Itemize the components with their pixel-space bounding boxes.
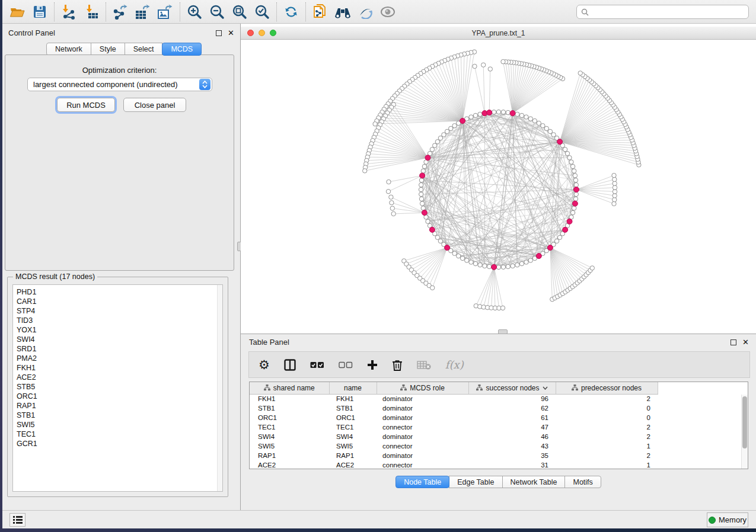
table-settings-button[interactable]: ⚙ — [259, 359, 270, 371]
mcds-result-item[interactable]: SWI4 — [17, 335, 222, 344]
function-builder-button[interactable]: f(x) — [445, 358, 464, 371]
delete-column-button[interactable] — [392, 359, 403, 371]
search-box[interactable] — [576, 5, 749, 19]
table-row[interactable]: ORC1 ORC1 dominator 61 0 — [250, 413, 658, 422]
column-header-successor-nodes[interactable]: successor nodes — [468, 382, 556, 394]
select-all-button[interactable] — [310, 361, 324, 368]
zoom-in-button[interactable] — [183, 2, 206, 22]
table-row[interactable]: STB1 STB1 dominator 62 0 — [250, 403, 658, 413]
refresh-icon — [283, 4, 299, 20]
zoom-fit-icon — [232, 4, 247, 20]
mcds-result-item[interactable]: FKH1 — [17, 363, 222, 373]
toolbar-separator — [276, 2, 277, 21]
tab-network-table[interactable]: Network Table — [502, 476, 566, 488]
toolbar-separator — [305, 2, 306, 21]
node-table[interactable]: shared namenameMCDS rolesuccessor nodesp… — [249, 382, 748, 469]
mcds-result-item[interactable]: TEC1 — [17, 430, 222, 439]
table-scrollbar[interactable] — [741, 395, 748, 469]
column-header-name[interactable]: name — [329, 382, 377, 394]
table-row[interactable]: ACE2 ACE2 connector 31 1 — [250, 460, 658, 469]
tab-edge-table[interactable]: Edge Table — [449, 476, 502, 488]
open-file-button[interactable] — [6, 2, 28, 22]
zoom-fit-button[interactable] — [228, 2, 251, 22]
table-row[interactable]: RAP1 RAP1 dominator 35 2 — [250, 451, 658, 460]
zoom-out-icon — [209, 4, 225, 20]
search-icon — [581, 8, 589, 16]
task-history-button[interactable] — [9, 513, 25, 527]
column-header-shared-name[interactable]: shared name — [250, 382, 329, 394]
run-mcds-button[interactable]: Run MCDS — [57, 98, 115, 112]
export-image-button[interactable] — [154, 2, 177, 22]
table-row[interactable]: TEC1 TEC1 connector 47 2 — [250, 422, 658, 432]
add-column-button[interactable] — [367, 360, 378, 370]
horizontal-splitter-handle[interactable] — [498, 329, 508, 334]
document-network-icon — [312, 4, 328, 20]
open-folder-icon — [9, 5, 25, 19]
zoom-selected-button[interactable] — [251, 2, 273, 22]
close-table-panel-icon[interactable]: ✕ — [742, 339, 749, 345]
mcds-result-item[interactable]: PMA2 — [17, 354, 222, 363]
checked-boxes-icon — [310, 361, 324, 368]
mcds-result-item[interactable]: ORC1 — [17, 392, 222, 401]
tab-motifs[interactable]: Motifs — [564, 476, 601, 488]
table-scrollbar-thumb[interactable] — [742, 396, 747, 448]
search-input[interactable] — [592, 8, 748, 16]
mcds-result-item[interactable]: STP4 — [17, 306, 222, 316]
refresh-button[interactable] — [280, 2, 302, 22]
mcds-result-item[interactable]: STB5 — [17, 382, 222, 392]
mcds-result-item[interactable]: TID3 — [17, 316, 222, 325]
network-canvas[interactable] — [241, 40, 756, 334]
float-panel-icon[interactable] — [216, 30, 222, 36]
export-table-button[interactable] — [132, 2, 154, 22]
close-panel-button[interactable]: Close panel — [123, 98, 186, 112]
mcds-result-item[interactable]: ACE2 — [17, 373, 222, 382]
table-row[interactable]: FKH1 FKH1 dominator 96 2 — [250, 394, 658, 403]
table-tabs: Node TableEdge TableNetwork TableMotifs — [241, 476, 756, 488]
memory-button[interactable]: Memory — [707, 512, 748, 527]
main-toolbar — [2, 0, 756, 24]
save-session-button[interactable] — [28, 2, 51, 22]
float-table-panel-icon[interactable] — [731, 339, 736, 345]
mcds-result-item[interactable]: STB1 — [17, 411, 222, 420]
network-graph[interactable] — [241, 40, 756, 334]
mcds-result-item[interactable]: SRD1 — [17, 344, 222, 354]
tab-select[interactable]: Select — [125, 43, 163, 56]
mcds-result-item[interactable]: YOX1 — [17, 325, 222, 335]
new-network-from-selection-button[interactable] — [309, 2, 331, 22]
column-header-predecessor-nodes[interactable]: predecessor nodes — [556, 382, 658, 394]
hide-selected-icon — [358, 5, 374, 19]
criterion-select[interactable]: largest connected component (undirected) — [27, 78, 212, 91]
mcds-result-item[interactable]: GCR1 — [17, 439, 222, 448]
tab-style[interactable]: Style — [91, 43, 125, 56]
first-neighbors-button[interactable] — [331, 2, 354, 22]
show-columns-button[interactable] — [284, 359, 296, 371]
mcds-result-list[interactable]: PHD1CAR1STP4TID3YOX1SWI4SRD1PMA2FKH1ACE2… — [12, 284, 223, 492]
mcds-result-item[interactable]: SWI5 — [17, 420, 222, 430]
column-header-MCDS-role[interactable]: MCDS role — [377, 382, 468, 394]
import-table-button[interactable] — [80, 2, 103, 22]
mcds-result-item[interactable]: PHD1 — [17, 287, 222, 297]
table-row[interactable]: SWI4 SWI4 dominator 46 2 — [250, 432, 658, 441]
sort-desc-icon — [543, 386, 548, 390]
delete-table-icon — [417, 360, 431, 370]
result-list-scrollbar[interactable] — [217, 285, 222, 491]
deselect-all-button[interactable] — [339, 361, 353, 368]
zoom-out-button[interactable] — [206, 2, 228, 22]
table-row[interactable]: SWI5 SWI5 connector 43 1 — [250, 441, 658, 451]
mcds-result-group: MCDS result (17 nodes) PHD1CAR1STP4TID3Y… — [7, 277, 228, 497]
mcds-result-item[interactable]: RAP1 — [17, 401, 222, 411]
close-panel-icon[interactable]: ✕ — [228, 30, 234, 36]
hide-selected-button[interactable] — [354, 2, 377, 22]
criterion-selected-value: largest connected component (undirected) — [28, 80, 199, 89]
export-table-icon — [135, 4, 151, 20]
import-network-button[interactable] — [58, 2, 80, 22]
network-window-title: YPA_prune.txt_1 — [241, 29, 756, 37]
table-toolbar: ⚙ f(x) — [248, 351, 750, 378]
mcds-result-item[interactable]: CAR1 — [17, 297, 222, 306]
tab-network[interactable]: Network — [46, 43, 91, 56]
delete-table-button[interactable] — [417, 360, 431, 370]
tab-mcds[interactable]: MCDS — [162, 43, 202, 56]
export-network-button[interactable] — [109, 2, 132, 22]
tab-node-table[interactable]: Node Table — [395, 476, 449, 488]
graphics-details-button[interactable] — [377, 2, 399, 22]
